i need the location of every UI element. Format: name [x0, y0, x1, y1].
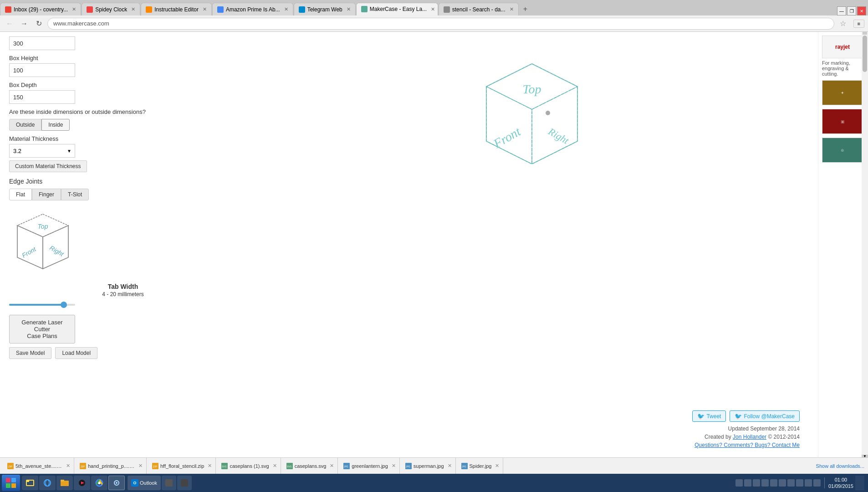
download-item-4[interactable]: SVG caseplans.svg ✕ [283, 458, 338, 474]
download-item-5[interactable]: JPG greenlantern.jpg ✕ [340, 458, 400, 474]
custom-thickness-button[interactable]: Custom Material Thickness [9, 160, 87, 172]
tray-icon-4[interactable] [761, 479, 769, 487]
download-item-3[interactable]: SVG caseplans (1).svg ✕ [218, 458, 281, 474]
taskbar-app-media[interactable] [74, 476, 90, 490]
taskbar-app-folder[interactable] [56, 476, 73, 490]
download-close-1[interactable]: ✕ [138, 463, 143, 469]
tab-instructable[interactable]: Instructable Editor ✕ [141, 3, 212, 15]
taskbar-app-explorer[interactable] [22, 476, 38, 490]
tray-icon-6[interactable] [779, 479, 786, 487]
download-close-3[interactable]: ✕ [273, 463, 277, 469]
tab-stencil-close[interactable]: ✕ [510, 6, 514, 12]
scrollbar-thumb[interactable] [863, 36, 867, 72]
tray-icon-3[interactable] [753, 479, 760, 487]
download-item-1[interactable]: ZIP hand_printing_p....zip ✕ [76, 458, 147, 474]
author-link[interactable]: Jon Hollander [733, 434, 766, 440]
close-button[interactable]: ✕ [857, 6, 866, 15]
start-button[interactable] [2, 475, 20, 491]
tweet-buttons: 🐦 Tweet 🐦 Follow @MakerCase [255, 410, 800, 422]
inside-button[interactable]: Inside [41, 119, 70, 131]
address-bar[interactable]: www.makercase.com [47, 18, 834, 30]
taskbar-app-ie[interactable] [39, 476, 56, 490]
tab-spidey[interactable]: Spidey Clock ✕ [82, 3, 140, 15]
sidebar-form: 300 Box Height 100 Box Depth 150 Are the… [0, 32, 246, 457]
box-height-input[interactable]: 100 [9, 63, 75, 77]
jpg-icon-7: JPG [461, 463, 468, 469]
box-depth-input[interactable]: 150 [9, 90, 75, 104]
taskbar-app-settings[interactable] [108, 476, 125, 490]
clock-display[interactable]: 01:00 01/09/2015 [828, 477, 853, 490]
tray-icon-1[interactable] [735, 479, 743, 487]
flat-button[interactable]: Flat [9, 189, 32, 200]
updated-text: Updated September 28, 2014 [255, 425, 800, 432]
download-close-0[interactable]: ✕ [66, 463, 70, 469]
show-desktop-button[interactable] [855, 476, 864, 490]
material-thickness-group: Material Thickness 3.2 6.35 12.7 ▼ Custo… [9, 135, 237, 172]
back-button[interactable]: ← [4, 18, 15, 30]
generate-button[interactable]: Generate Laser Cutter Case Plans [9, 315, 75, 343]
ad-image-1[interactable]: ✦ [822, 80, 863, 105]
minimize-button[interactable]: — [837, 6, 846, 15]
download-close-4[interactable]: ✕ [330, 463, 334, 469]
refresh-button[interactable]: ↻ [33, 18, 45, 30]
svg-point-25 [546, 111, 550, 115]
download-item-2[interactable]: ZIP hff_floral_stencil.zip ✕ [148, 458, 216, 474]
tab-makercase-close[interactable]: ✕ [431, 6, 435, 12]
tab-amazon[interactable]: Amazon Prime Is Ab... ✕ [212, 3, 293, 15]
restore-button[interactable]: ❐ [847, 6, 856, 15]
load-model-button[interactable]: Load Model [55, 347, 97, 359]
ad-image-3[interactable]: ⊕ [822, 138, 863, 163]
download-bar: ZIP 5th_avenue_ste....zip ✕ ZIP hand_pri… [0, 457, 868, 474]
taskbar-window-app3[interactable] [177, 476, 192, 490]
box-width-input[interactable]: 300 [9, 36, 75, 50]
tray-icon-8[interactable] [796, 479, 803, 487]
tab-instructable-close[interactable]: ✕ [203, 6, 207, 12]
contact-link[interactable]: Questions? Comments? Bugs? Contact Me [694, 442, 800, 448]
taskbar-window-settings2[interactable] [162, 476, 176, 490]
download-close-5[interactable]: ✕ [392, 463, 396, 469]
tslot-button[interactable]: T-Slot [61, 189, 89, 200]
tweet-button[interactable]: 🐦 Tweet [692, 410, 726, 422]
tab-instructable-label: Instructable Editor [154, 6, 199, 13]
follow-button[interactable]: 🐦 Follow @MakerCase [730, 410, 800, 422]
download-item-7[interactable]: JPG Spider.jpg ✕ [458, 458, 504, 474]
new-tab-button[interactable]: + [519, 3, 532, 15]
tray-icon-10[interactable] [813, 479, 821, 487]
download-item-6[interactable]: JPG superman.jpg ✕ [402, 458, 456, 474]
material-thickness-select[interactable]: 3.2 6.35 12.7 [9, 144, 75, 158]
finger-button[interactable]: Finger [32, 189, 61, 200]
show-all-downloads[interactable]: Show all downloads... [816, 463, 864, 469]
download-close-7[interactable]: ✕ [495, 463, 499, 469]
spidey-favicon [87, 6, 93, 13]
tab-stencil[interactable]: stencil - Search - da... ✕ [439, 3, 519, 15]
taskbar-app-chrome[interactable] [91, 476, 107, 490]
download-item-0[interactable]: ZIP 5th_avenue_ste....zip ✕ [4, 458, 74, 474]
scrollbar[interactable]: ▼ [862, 32, 868, 457]
tray-icon-9[interactable] [805, 479, 812, 487]
outside-button[interactable]: Outside [9, 119, 41, 131]
menu-button[interactable]: ≡ [853, 20, 864, 28]
taskbar-window-outlook[interactable]: O Outlook [128, 476, 161, 490]
box-depth-label: Box Depth [9, 82, 237, 88]
tab-telegram-close[interactable]: ✕ [347, 6, 351, 12]
svg-rect-43 [11, 478, 16, 482]
tab-makercase[interactable]: MakerCase - Easy La... ✕ [356, 3, 438, 15]
slider-thumb[interactable] [61, 302, 67, 308]
tab-spidey-close[interactable]: ✕ [131, 6, 135, 12]
tray-icon-2[interactable] [744, 479, 751, 487]
tray-icon-5[interactable] [770, 479, 777, 487]
tab-gmail-close[interactable]: ✕ [72, 6, 76, 12]
tab-telegram[interactable]: Telegram Web ✕ [294, 3, 356, 15]
forward-button[interactable]: → [18, 18, 30, 30]
tab-amazon-close[interactable]: ✕ [284, 6, 288, 12]
box-diagram-container: Top Front Right [9, 205, 237, 283]
svg-text:Top: Top [522, 82, 541, 96]
download-close-2[interactable]: ✕ [208, 463, 212, 469]
bookmark-star[interactable]: ☆ [837, 18, 849, 30]
svg-text:ZIP: ZIP [153, 465, 157, 468]
download-close-6[interactable]: ✕ [448, 463, 452, 469]
tab-gmail[interactable]: Inbox (29) - coventry... ✕ [0, 3, 81, 15]
ad-image-2[interactable]: ▣ [822, 109, 863, 134]
tray-icon-7[interactable] [787, 479, 795, 487]
save-model-button[interactable]: Save Model [9, 347, 51, 359]
